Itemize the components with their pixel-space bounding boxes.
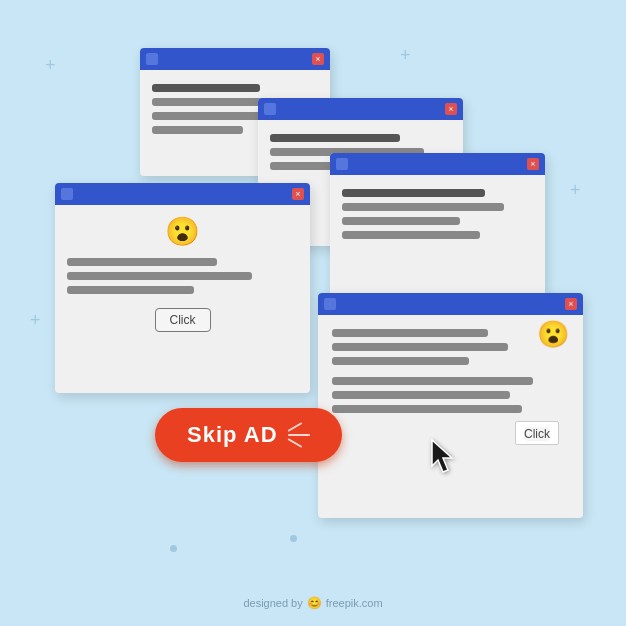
win1-line3 xyxy=(152,112,268,120)
deco-plus-4: + xyxy=(30,310,41,331)
deco-plus-1: + xyxy=(45,55,56,76)
skip-sparkles xyxy=(288,430,310,440)
win3-line1 xyxy=(67,258,217,266)
sparkle-1 xyxy=(287,422,302,432)
win5-line2 xyxy=(332,343,508,351)
sparkle-3 xyxy=(287,438,302,448)
win3-emoji: 😮 xyxy=(165,215,200,248)
win3-close[interactable] xyxy=(292,188,304,200)
skip-ad-label: Skip AD xyxy=(187,422,278,448)
win5-click-button[interactable]: Click xyxy=(524,427,550,441)
win4-line1 xyxy=(342,189,485,197)
deco-plus-3: + xyxy=(570,180,581,201)
win4-titlebar xyxy=(330,153,545,175)
win3-controls xyxy=(292,188,304,200)
win4-controls xyxy=(527,158,539,170)
watermark: designed by 😊 freepik.com xyxy=(243,596,382,610)
win3-titlebar xyxy=(55,183,310,205)
win2-titlebar xyxy=(258,98,463,120)
win1-titlebar xyxy=(140,48,330,70)
win5-emoji: 😮 xyxy=(537,319,569,350)
win5-titlebar xyxy=(318,293,583,315)
watermark-prefix: designed by xyxy=(243,597,302,609)
win5-line3 xyxy=(332,357,469,365)
win4-line4 xyxy=(342,231,480,239)
win2-min xyxy=(264,103,276,115)
win3-min xyxy=(61,188,73,200)
scene: + + + + xyxy=(0,0,626,626)
deco-dot-2 xyxy=(290,535,297,542)
deco-dot-4 xyxy=(170,545,177,552)
win1-line1 xyxy=(152,84,260,92)
win3-line2 xyxy=(67,272,252,280)
watermark-site: freepik.com xyxy=(326,597,383,609)
win5-line1 xyxy=(332,329,488,337)
skip-ad-button[interactable]: Skip AD xyxy=(155,408,342,462)
window-5: 😮 Click xyxy=(318,293,583,518)
sparkle-2 xyxy=(288,434,310,436)
window-4 xyxy=(330,153,545,313)
win4-line2 xyxy=(342,203,504,211)
win1-min xyxy=(146,53,158,65)
svg-marker-0 xyxy=(432,440,452,472)
deco-plus-2: + xyxy=(400,45,411,66)
win5-line5 xyxy=(332,391,510,399)
win3-click-button[interactable]: Click xyxy=(155,308,211,332)
win3-content: 😮 Click xyxy=(55,205,310,340)
win4-min xyxy=(336,158,348,170)
win4-close[interactable] xyxy=(527,158,539,170)
win5-line4 xyxy=(332,377,533,385)
win2-line1 xyxy=(270,134,400,142)
win1-close[interactable] xyxy=(312,53,324,65)
watermark-emoji: 😊 xyxy=(307,596,322,610)
win5-line6 xyxy=(332,405,522,413)
win2-controls xyxy=(445,103,457,115)
win5-min xyxy=(324,298,336,310)
win2-close[interactable] xyxy=(445,103,457,115)
win4-content xyxy=(330,175,545,253)
win4-line3 xyxy=(342,217,460,225)
window-3: 😮 Click xyxy=(55,183,310,393)
win5-close[interactable] xyxy=(565,298,577,310)
win5-content: 😮 Click xyxy=(318,315,583,453)
win1-line4 xyxy=(152,126,243,134)
win3-line3 xyxy=(67,286,194,294)
cursor-icon xyxy=(430,438,462,478)
win5-controls xyxy=(565,298,577,310)
win1-controls xyxy=(312,53,324,65)
